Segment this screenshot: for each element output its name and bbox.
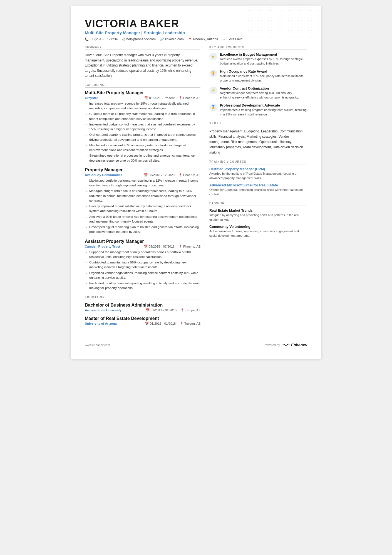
bullet-item: Revamped digital marketing plan to bolst…	[89, 225, 200, 235]
enhancv-logo-icon	[282, 342, 289, 347]
phone-contact: 📞 +1-(234)-555-1234	[85, 37, 118, 41]
key-achievements-section: KEY ACHIEVEMENTS ★ Excellence in Budget …	[209, 46, 307, 117]
achievement-content-1: Excellence in Budget Management Reduced …	[220, 53, 307, 66]
training-item-2: Advanced Microsoft Excel for Real Estate…	[209, 183, 307, 197]
job-meta-1: Greystar 📅 01/2021 - Present 📍 Phoenix, …	[85, 96, 200, 100]
skills-text: Property management, Budgeting, Leadersh…	[209, 129, 307, 156]
achievement-desc-4: Implemented a training program boosting …	[220, 108, 307, 117]
key-achievements-title: KEY ACHIEVEMENTS	[209, 46, 307, 50]
achievement-title-2: High Occupancy Rate Award	[220, 70, 307, 73]
calendar-icon-1: 📅	[144, 96, 148, 100]
phone-icon: 📞	[85, 38, 89, 41]
bullet-item: Achieved a 92% lease renewal rate by fos…	[89, 214, 200, 224]
candidate-name: VICTORIA BAKER	[85, 18, 307, 30]
edu-meta-right-1: 📅 01/2011 - 01/2015 📍 Tempe, AZ	[146, 308, 200, 312]
training-course-desc-2: Offered by Coursera, enhancing analytica…	[209, 188, 307, 197]
passions-section: PASSIONS Real Estate Market Trends Intri…	[209, 202, 307, 238]
calendar-icon-2: 📅	[144, 173, 148, 177]
job-bullets-3: Supported the management of daily operat…	[85, 250, 200, 291]
location-icon: 📍	[188, 38, 192, 41]
edu-meta-right-2: 📅 01/2016 - 01/2018 📍 Tucson, AZ	[145, 322, 200, 325]
passions-title: PASSIONS	[209, 202, 307, 206]
linkedin-icon: 🔗	[160, 38, 164, 41]
job-meta-right-2: 📅 08/2018 - 12/2020 📍 Phoenix, AZ	[144, 173, 200, 177]
email-icon: @	[122, 38, 125, 41]
job-dates-1: 📅 01/2021 - Present	[144, 96, 175, 100]
edu-location-1: 📍 Tempe, AZ	[180, 308, 200, 312]
edu-item-1: Bachelor of Business Administration Ariz…	[85, 303, 200, 312]
location-contact: 📍 Phoenix, Arizona	[188, 37, 218, 41]
training-item-1: Certified Property Manager (CPM) Awarded…	[209, 167, 307, 181]
bullet-item: Maintained a consistent 95% occupancy ra…	[89, 143, 200, 153]
passion-desc-1: Intrigued by analyzing and predicting sh…	[209, 213, 307, 222]
header-section: VICTORIA BAKER Multi-Site Property Manag…	[85, 18, 307, 41]
two-column-layout: SUMMARY Driven Multi-Site Property Manag…	[85, 46, 307, 330]
passion-item-1: Real Estate Market Trends Intrigued by a…	[209, 209, 307, 222]
footer: www.enhancv.com Powered by Enhancv	[71, 339, 321, 351]
achievement-item-2: 🏆 High Occupancy Rate Award Maintained a…	[209, 70, 307, 83]
job-location-3: 📍 Phoenix, AZ	[178, 245, 200, 248]
skills-section: SKILLS Property management, Budgeting, L…	[209, 122, 307, 156]
bullet-item: Facilitated monthly financial reporting …	[89, 281, 200, 291]
job-company-1: Greystar	[85, 96, 98, 100]
achievement-icon-2: 🏆	[209, 70, 217, 77]
bullet-item: Increased total property revenue by 18% …	[89, 101, 200, 111]
achievement-title-1: Excellence in Budget Management	[220, 53, 307, 56]
job-item-3: Assistant Property Manager Camden Proper…	[85, 239, 200, 291]
training-title: TRAINING / COURSES	[209, 160, 307, 164]
job-item-1: Multi-Site Property Manager Greystar 📅 0…	[85, 90, 200, 163]
achievement-item-1: ★ Excellence in Budget Management Reduce…	[209, 53, 307, 66]
job-meta-3: Camden Property Trust 📅 05/2015 - 07/201…	[85, 245, 200, 248]
job-title-1: Multi-Site Property Manager	[85, 90, 200, 95]
achievement-desc-2: Maintained a consistent 95% occupancy ra…	[220, 74, 307, 83]
edu-dates-1: 📅 01/2011 - 01/2015	[146, 308, 177, 312]
passion-title-1: Real Estate Market Trends	[209, 209, 307, 213]
achievement-icon-4: 🏅	[209, 103, 217, 111]
contact-bar: 📞 +1-(234)-555-1234 @ help@enhancv.com 🔗…	[85, 37, 307, 41]
summary-title: SUMMARY	[85, 46, 200, 50]
enhancv-brand-name: Enhancv	[291, 343, 307, 347]
bullet-item: Orchestrated quarterly training programs…	[89, 132, 200, 142]
bullet-item: Organized vendor negotiations, reducing …	[89, 271, 200, 280]
bullet-item: Maximized portfolio performance resultin…	[89, 178, 200, 188]
job-meta-right-1: 📅 01/2021 - Present 📍 Phoenix, AZ	[144, 96, 200, 100]
star-icon: ☆	[223, 38, 225, 41]
achievement-content-2: High Occupancy Rate Award Maintained a c…	[220, 70, 307, 83]
training-course-title-2: Advanced Microsoft Excel for Real Estate	[209, 183, 307, 187]
left-column: SUMMARY Driven Multi-Site Property Manag…	[85, 46, 200, 330]
footer-brand: Powered by Enhancv	[264, 342, 307, 347]
job-title-3: Assistant Property Manager	[85, 239, 200, 244]
bullet-item: Guided a team of 12 property staff membe…	[89, 112, 200, 121]
training-course-desc-1: Awarded by the Institute of Real Estate …	[209, 172, 307, 181]
pin-icon-edu-1: 📍	[180, 308, 184, 312]
right-column: KEY ACHIEVEMENTS ★ Excellence in Budget …	[209, 46, 307, 330]
bullet-item: Contributed to maintaining a 96% occupan…	[89, 260, 200, 270]
skills-title: SKILLS	[209, 122, 307, 126]
bullet-item: Directly improved tenant satisfaction by…	[89, 204, 200, 214]
experience-title: EXPERIENCE	[85, 83, 200, 88]
powered-by-label: Powered by	[264, 343, 280, 347]
edu-school-1: Arizona State University	[85, 309, 121, 312]
summary-text: Driven Multi-Site Property Manager with …	[85, 53, 200, 78]
job-meta-right-3: 📅 05/2015 - 07/2018 📍 Phoenix, AZ	[144, 245, 200, 248]
edu-school-2: University of Arizona	[85, 322, 117, 325]
pin-icon-edu-2: 📍	[180, 322, 183, 325]
linkedin-contact: 🔗 linkedin.com	[160, 37, 184, 41]
edu-item-2: Master of Real Estate Development Univer…	[85, 316, 200, 325]
job-title-2: Property Manager	[85, 167, 200, 172]
bullet-item: Implemented budget control measures that…	[89, 122, 200, 132]
job-bullets-2: Maximized portfolio performance resultin…	[85, 178, 200, 235]
edu-degree-2: Master of Real Estate Development	[85, 316, 200, 321]
calendar-icon-3: 📅	[144, 245, 148, 248]
job-location-2: 📍 Phoenix, AZ	[178, 173, 200, 177]
edu-location-2: 📍 Tucson, AZ	[180, 322, 200, 325]
achievement-desc-1: Reduced overall property expenses by 15%…	[220, 57, 307, 66]
pin-icon-3: 📍	[178, 245, 182, 248]
passion-item-2: Community Volunteering Active volunteer …	[209, 225, 307, 238]
experience-section: EXPERIENCE Multi-Site Property Manager G…	[85, 83, 200, 291]
job-dates-2: 📅 08/2018 - 12/2020	[144, 173, 175, 177]
summary-section: SUMMARY Driven Multi-Site Property Manag…	[85, 46, 200, 78]
edu-meta-1: Arizona State University 📅 01/2011 - 01/…	[85, 308, 200, 312]
achievement-title-4: Professional Development Advocate	[220, 103, 307, 107]
job-bullets-1: Increased total property revenue by 18% …	[85, 101, 200, 163]
